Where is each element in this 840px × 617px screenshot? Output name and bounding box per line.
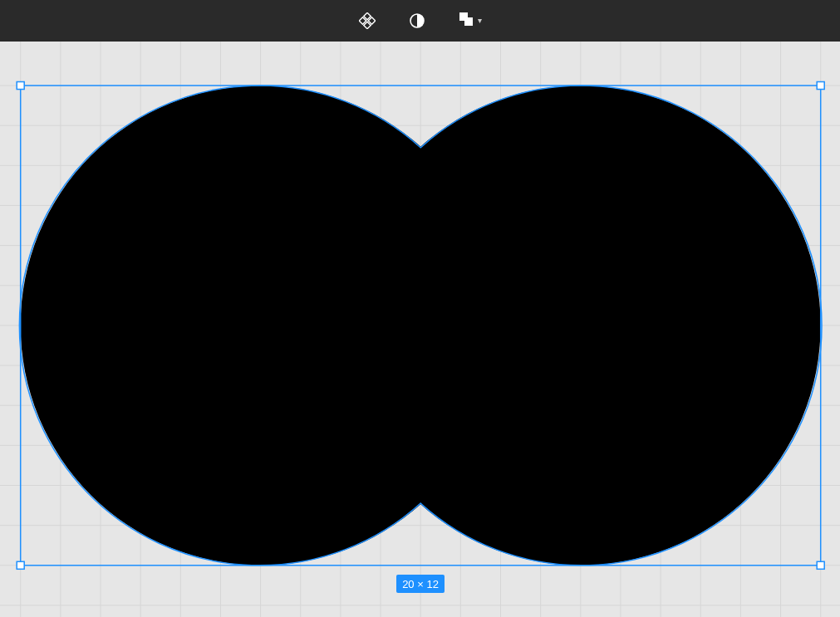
resize-handle-sw[interactable] <box>17 561 24 569</box>
components-icon <box>359 12 376 29</box>
svg-point-41 <box>341 86 821 566</box>
resize-handle-nw[interactable] <box>17 82 24 90</box>
mask-button[interactable] <box>403 7 431 35</box>
selection-dimensions-badge: 20 × 12 <box>396 575 445 593</box>
boolean-shape[interactable] <box>19 86 822 566</box>
selection-dimensions-text: 20 × 12 <box>402 578 439 590</box>
toolbar: ▾ <box>0 0 840 42</box>
mask-icon <box>409 12 425 29</box>
resize-handle-ne[interactable] <box>817 82 824 90</box>
resize-handle-se[interactable] <box>817 561 824 569</box>
boolean-button[interactable]: ▾ <box>453 7 487 34</box>
boolean-union-icon <box>458 11 474 31</box>
chevron-down-icon: ▾ <box>478 17 482 25</box>
canvas[interactable]: 20 × 12 <box>0 42 840 617</box>
components-button[interactable] <box>353 7 381 35</box>
